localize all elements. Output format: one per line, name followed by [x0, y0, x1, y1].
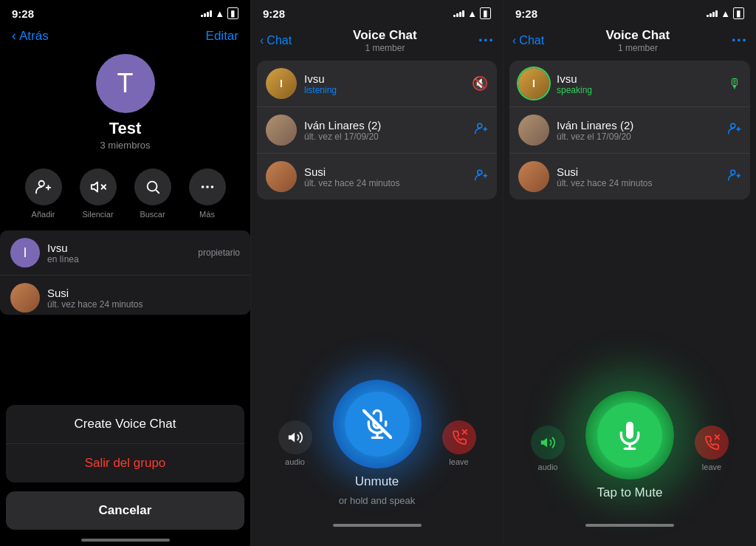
mute-button[interactable]: Silenciar [80, 168, 117, 219]
status-icons-2: ▲ ▮ [453, 7, 491, 19]
audio-icon-3 [531, 426, 565, 460]
vc-bottom-3: audio Tap to Mute [504, 204, 756, 546]
status-bar-3: 9:28 ▲ ▮ [504, 0, 756, 24]
vc-more-button-3[interactable]: ··· [732, 31, 747, 50]
vc-item-ivan-2[interactable]: Iván Linares (2) últ. vez el 17/09/20 [257, 107, 497, 154]
leave-label-2: leave [449, 457, 468, 466]
panel-2: 9:28 ▲ ▮ ‹ Chat Voice Chat 1 member ··· [251, 0, 504, 546]
group-name: Test [109, 119, 142, 138]
cancel-button[interactable]: Cancelar [6, 491, 244, 530]
ivsu-badge: propietario [198, 248, 240, 258]
signal-icon-2 [453, 10, 464, 17]
mute-label: Silenciar [82, 210, 113, 219]
search-button[interactable]: Buscar [134, 168, 171, 219]
vc-susi-state-3: últ. vez hace 24 minutos [557, 178, 721, 188]
svg-line-6 [156, 190, 159, 193]
vc-header-3: ‹ Chat Voice Chat 1 member ··· [504, 24, 756, 56]
member-susi[interactable]: Susi últ. vez hace 24 minutos [0, 276, 250, 315]
vc-ivsu-avatar-2: I [266, 68, 297, 99]
audio-button-2[interactable]: audio [278, 420, 312, 466]
vc-ivan-name-3: Iván Linares (2) [557, 119, 721, 132]
add-icon-circle [25, 168, 62, 205]
svg-point-0 [38, 181, 44, 186]
vc-subtitle-3: 1 member [544, 43, 732, 53]
panel-1: 9:28 ▲ ▮ ‹ Atrás Editar T Test 3 miembro… [0, 0, 251, 546]
vc-item-susi-2[interactable]: Susi últ. vez hace 24 minutos [257, 154, 497, 199]
vc-ivsu-name-2: Ivsu [304, 72, 464, 85]
vc-item-ivsu-3[interactable]: I Ivsu speaking 🎙 [509, 61, 750, 107]
big-mute-button-3[interactable]: Tap to Mute [585, 391, 674, 506]
home-indicator-2 [333, 524, 422, 527]
audio-label-2: audio [285, 457, 305, 466]
svg-point-8 [206, 185, 209, 188]
vc-ivan-icon-2 [475, 122, 488, 138]
vc-ivan-name-2: Iván Linares (2) [304, 119, 467, 132]
wifi-icon: ▲ [215, 8, 224, 19]
vc-ivan-avatar-2 [266, 115, 297, 146]
vc-list-2: I Ivsu listening 🔇 Iván Linares (2) últ.… [257, 61, 497, 199]
vc-ivsu-name-3: Ivsu [557, 72, 721, 85]
vc-ivan-state-3: últ. vez el 17/09/20 [557, 132, 721, 142]
avatar-letter: T [117, 68, 134, 99]
leave-group-button[interactable]: Salir del grupo [6, 444, 244, 482]
vc-item-susi-3[interactable]: Susi últ. vez hace 24 minutos [509, 154, 750, 199]
ivsu-name: Ivsu [47, 242, 190, 254]
back-label: Atrás [19, 29, 49, 44]
vc-back-button-2[interactable]: ‹ Chat [260, 34, 292, 47]
member-ivsu[interactable]: I Ivsu en línea propietario [0, 231, 250, 276]
add-button[interactable]: Añadir [25, 168, 62, 219]
svg-point-10 [478, 123, 482, 128]
vc-back-button-3[interactable]: ‹ Chat [512, 34, 544, 47]
vc-title-block-2: Voice Chat 1 member [292, 28, 478, 53]
vc-ivan-info-3: Iván Linares (2) últ. vez el 17/09/20 [557, 119, 721, 142]
svg-point-13 [478, 170, 482, 174]
svg-marker-28 [541, 438, 547, 448]
vc-ivsu-info-3: Ivsu speaking [557, 72, 721, 95]
vc-susi-name-3: Susi [557, 165, 721, 178]
mute-icon-circle [80, 168, 117, 205]
svg-point-25 [731, 170, 735, 174]
back-button[interactable]: ‹ Atrás [12, 28, 49, 44]
vc-more-button-2[interactable]: ··· [478, 31, 494, 50]
search-label: Buscar [140, 210, 165, 219]
big-btn-inner-2 [345, 392, 410, 457]
chevron-left-icon: ‹ [12, 28, 16, 44]
vc-susi-avatar-2 [266, 161, 297, 192]
audio-button-3[interactable]: audio [531, 426, 565, 471]
susi-status: últ. vez hace 24 minutos [47, 299, 240, 310]
more-button[interactable]: Más [189, 168, 226, 219]
group-info: T Test 3 miembros [0, 48, 250, 160]
vc-item-ivan-3[interactable]: Iván Linares (2) últ. vez el 17/09/20 [509, 107, 750, 154]
svg-point-5 [147, 182, 157, 191]
susi-name: Susi [47, 287, 240, 299]
group-avatar: T [96, 54, 155, 113]
vc-title-2: Voice Chat [292, 28, 478, 43]
vc-susi-icon-2 [475, 168, 488, 185]
audio-label-3: audio [538, 463, 558, 471]
edit-button[interactable]: Editar [206, 29, 238, 44]
vc-header-2: ‹ Chat Voice Chat 1 member ··· [251, 24, 503, 56]
vc-subtitle-2: 1 member [292, 43, 478, 53]
chevron-left-icon-2: ‹ [260, 34, 264, 47]
vc-title-3: Voice Chat [544, 28, 732, 43]
leave-button-3[interactable]: leave [695, 426, 729, 471]
vc-susi-name-2: Susi [304, 165, 467, 178]
big-btn-inner-3 [597, 403, 662, 468]
big-btn-glow-3 [585, 391, 674, 480]
leave-button-2[interactable]: leave [442, 420, 476, 466]
vc-ivan-info-2: Iván Linares (2) últ. vez el 17/09/20 [304, 119, 467, 142]
susi-avatar [10, 283, 40, 313]
controls-row-2: audio Unmute or hold a [278, 380, 476, 506]
vc-ivsu-info-2: Ivsu listening [304, 72, 464, 95]
vc-ivan-icon-3 [728, 122, 741, 138]
big-mute-button-2[interactable]: Unmute or hold and speak [333, 380, 422, 506]
vc-item-ivsu-2[interactable]: I Ivsu listening 🔇 [257, 61, 497, 107]
p1-header: ‹ Atrás Editar [0, 24, 250, 48]
leave-icon-3 [695, 426, 729, 460]
signal-icon-3 [707, 10, 718, 17]
vc-susi-info-2: Susi últ. vez hace 24 minutos [304, 165, 467, 188]
svg-marker-16 [288, 432, 294, 442]
create-voice-chat-button[interactable]: Create Voice Chat [6, 405, 244, 444]
vc-back-label-3: Chat [519, 34, 544, 47]
time-1: 9:28 [12, 7, 34, 20]
